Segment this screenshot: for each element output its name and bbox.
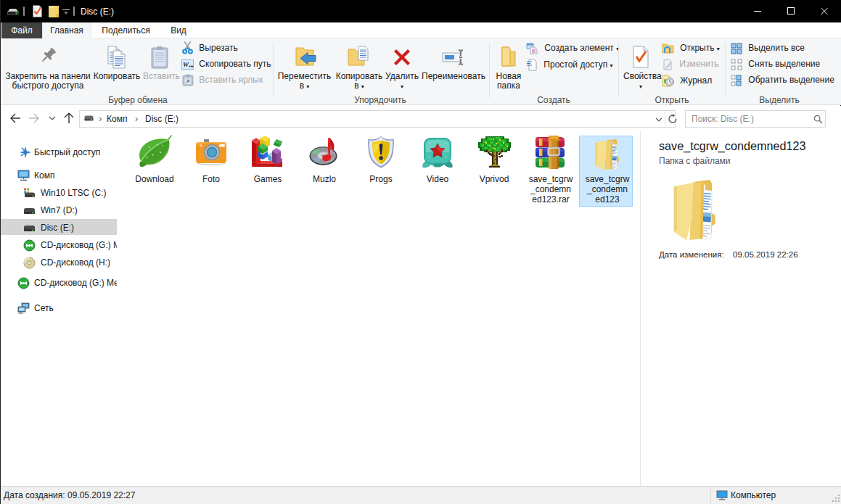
svg-text:W: W bbox=[183, 61, 189, 68]
